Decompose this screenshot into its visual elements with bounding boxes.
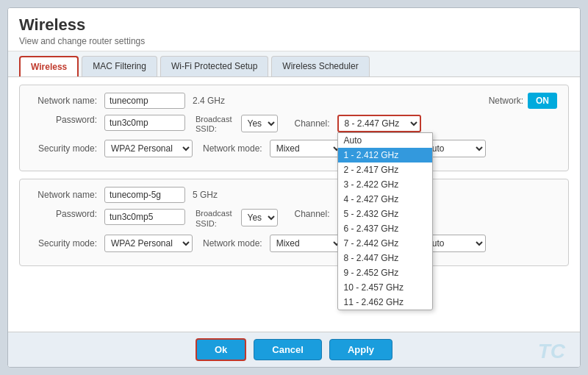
channel-option-6[interactable]: 6 - 2.437 GHz [338, 221, 432, 236]
channel-label-5g: Channel: [290, 209, 330, 219]
ok-button[interactable]: Ok [196, 338, 246, 361]
channel-option-auto[interactable]: Auto [338, 133, 432, 148]
broadcast-ssid-label-5g: BroadcastSSID: [196, 209, 232, 228]
password-input-24[interactable] [104, 115, 185, 131]
watermark: TC [538, 340, 565, 363]
tab-wireless-scheduler[interactable]: Wireless Scheduler [271, 56, 369, 76]
security-mode-select-24[interactable]: WPA2 Personal [104, 140, 193, 157]
tab-wifi-protected[interactable]: Wi-Fi Protected Setup [160, 56, 268, 76]
network-name-label-24: Network name: [31, 96, 97, 106]
channel-option-3[interactable]: 3 - 2.422 GHz [338, 177, 432, 192]
network-toggle-button[interactable]: ON [528, 93, 557, 109]
password-row-24: Password: BroadcastSSID: Yes No Channel:… [31, 115, 557, 134]
channel-option-7[interactable]: 7 - 2.442 GHz [338, 236, 432, 251]
content-area: Network: ON Network name: 2.4 GHz Passwo… [8, 77, 580, 332]
network-name-row-24: Network name: 2.4 GHz [31, 93, 557, 109]
network-toggle-group: Network: ON [489, 93, 557, 109]
channel-select-wrapper: Auto 1 - 2.412 GHz 2 - 2.417 GHz 3 - 2.4… [337, 115, 421, 132]
password-label-5g: Password: [31, 209, 97, 219]
channel-option-10[interactable]: 10 - 2.457 GHz [338, 280, 432, 295]
password-row-5g: Password: BroadcastSSID: Yes No Channel:… [31, 209, 557, 228]
channel-group-24: Channel: Auto 1 - 2.412 GHz 2 - 2.417 GH… [290, 115, 421, 132]
network-mode-select-5g[interactable]: Mixed [270, 235, 343, 252]
network-name-input-5g[interactable] [104, 187, 185, 203]
broadcast-ssid-label-24: BroadcastSSID: [196, 115, 232, 134]
network-mode-select-24[interactable]: Mixed [270, 140, 343, 157]
security-mode-select-5g[interactable]: WPA2 Personal [104, 235, 193, 252]
channel-option-8[interactable]: 8 - 2.447 GHz [338, 251, 432, 265]
footer: Ok Cancel Apply TC [8, 332, 580, 367]
password-input-5g[interactable] [104, 209, 185, 225]
tab-wireless[interactable]: Wireless [19, 56, 79, 76]
security-mode-label-24: Security mode: [31, 143, 97, 154]
channel-option-2[interactable]: 2 - 2.417 GHz [338, 162, 432, 177]
apply-button[interactable]: Apply [329, 339, 392, 360]
security-mode-label-5g: Security mode: [31, 238, 97, 249]
tab-bar: Wireless MAC Filtering Wi-Fi Protected S… [8, 51, 580, 77]
channel-option-11[interactable]: 11 - 2.462 GHz [338, 295, 432, 310]
cancel-button[interactable]: Cancel [254, 339, 322, 360]
channel-option-4[interactable]: 4 - 2.427 GHz [338, 192, 432, 207]
channel-option-1[interactable]: 1 - 2.412 GHz [338, 148, 432, 162]
page-title: Wireless [19, 15, 569, 35]
channel-option-9[interactable]: 9 - 2.452 GHz [338, 265, 432, 280]
broadcast-ssid-select-5g[interactable]: Yes No [241, 209, 278, 226]
network-label: Network: [489, 96, 523, 106]
broadcast-ssid-select-24[interactable]: Yes No [241, 115, 278, 132]
channel-label-24: Channel: [290, 118, 330, 129]
page-header: Wireless View and change router settings [8, 8, 580, 51]
freq-label-24: 2.4 GHz [193, 96, 225, 106]
tab-mac-filtering[interactable]: MAC Filtering [82, 56, 157, 76]
network-mode-label-24: Network mode: [203, 143, 262, 154]
channel-option-5[interactable]: 5 - 2.432 GHz [338, 207, 432, 221]
security-row-5g: Security mode: WPA2 Personal Network mod… [31, 235, 557, 252]
security-row-24: Security mode: WPA2 Personal Network mod… [31, 140, 557, 157]
freq-label-5g: 5 GHz [193, 190, 218, 200]
network-mode-label-5g: Network mode: [203, 238, 262, 249]
section-5ghz: Network name: 5 GHz Password: BroadcastS… [19, 179, 569, 265]
section-24ghz: Network: ON Network name: 2.4 GHz Passwo… [19, 85, 569, 171]
page-subtitle: View and change router settings [19, 36, 569, 46]
network-name-label-5g: Network name: [31, 190, 97, 200]
network-name-input-24[interactable] [104, 93, 185, 109]
channel-select-24[interactable]: Auto 1 - 2.412 GHz 2 - 2.417 GHz 3 - 2.4… [337, 115, 421, 132]
channel-dropdown-24: Auto 1 - 2.412 GHz 2 - 2.417 GHz 3 - 2.4… [337, 132, 433, 310]
password-label-24: Password: [31, 115, 97, 125]
network-name-row-5g: Network name: 5 GHz [31, 187, 557, 203]
